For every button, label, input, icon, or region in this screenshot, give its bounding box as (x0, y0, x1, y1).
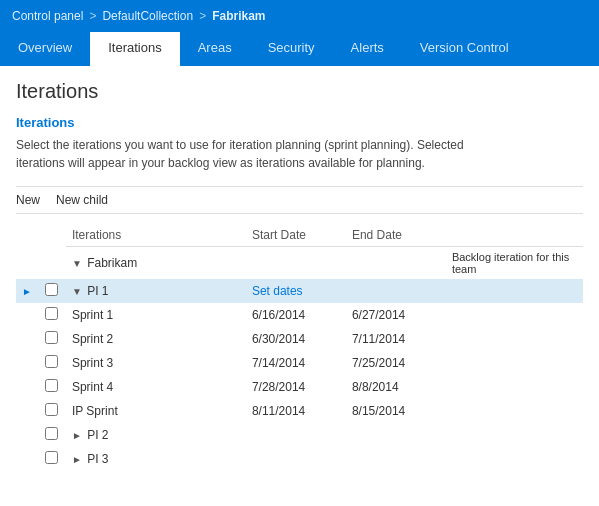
pi3-checkbox[interactable] (45, 451, 58, 464)
pi1-arrow[interactable]: ► (16, 279, 38, 303)
breadcrumb-sep2: > (199, 9, 206, 23)
sprint2-end: 7/11/2014 (346, 327, 446, 351)
ip-sprint-checkbox[interactable] (45, 403, 58, 416)
sprint1-start: 6/16/2014 (246, 303, 346, 327)
sprint2-checkbox[interactable] (45, 331, 58, 344)
sprint3-label: Sprint 3 (66, 351, 246, 375)
breadcrumb-part3: Fabrikam (212, 9, 265, 23)
fabrikam-expand-arrow[interactable]: ▼ (72, 258, 82, 269)
header-checkbox-cell (38, 224, 66, 247)
tab-overview[interactable]: Overview (0, 32, 90, 66)
pi2-row: ► PI 2 (16, 423, 583, 447)
sprint3-checkbox[interactable] (45, 355, 58, 368)
pi1-expand-arrow[interactable]: ▼ (72, 286, 82, 297)
sprint4-end: 8/8/2014 (346, 375, 446, 399)
sprint3-end: 7/25/2014 (346, 351, 446, 375)
page-content: Iterations Iterations Select the iterati… (0, 66, 599, 485)
pi1-checkbox[interactable] (38, 279, 66, 303)
tab-alerts[interactable]: Alerts (333, 32, 402, 66)
pi1-row: ► ▼ PI 1 Set dates (16, 279, 583, 303)
breadcrumb-sep1: > (89, 9, 96, 23)
pi3-row: ► PI 3 (16, 447, 583, 471)
tab-security[interactable]: Security (250, 32, 333, 66)
fabrikam-label: ▼ Fabrikam (66, 247, 246, 280)
sprint1-checkbox[interactable] (45, 307, 58, 320)
sprint3-start: 7/14/2014 (246, 351, 346, 375)
tab-bar: Overview Iterations Areas Security Alert… (0, 32, 599, 66)
breadcrumb-part2[interactable]: DefaultCollection (102, 9, 193, 23)
col-header-backlog (446, 224, 583, 247)
iterations-table: Iterations Start Date End Date ▼ Fabrika… (16, 224, 583, 471)
sprint4-start: 7/28/2014 (246, 375, 346, 399)
pi2-expand-arrow[interactable]: ► (72, 430, 82, 441)
page-title: Iterations (16, 80, 583, 103)
new-child-button[interactable]: New child (56, 193, 108, 207)
ip-sprint-row: IP Sprint 8/11/2014 8/15/2014 (16, 399, 583, 423)
breadcrumb-part1[interactable]: Control panel (12, 9, 83, 23)
description: Select the iterations you want to use fo… (16, 136, 583, 172)
fabrikam-row: ▼ Fabrikam Backlog iteration for this te… (16, 247, 583, 280)
top-bar: Control panel > DefaultCollection > Fabr… (0, 0, 599, 32)
pi2-checkbox[interactable] (45, 427, 58, 440)
pi3-label: ► PI 3 (66, 447, 246, 471)
set-dates-link[interactable]: Set dates (252, 284, 303, 298)
col-header-end-date: End Date (346, 224, 446, 247)
tab-areas[interactable]: Areas (180, 32, 250, 66)
tab-iterations[interactable]: Iterations (90, 32, 179, 66)
sprint4-checkbox[interactable] (45, 379, 58, 392)
pi1-label: PI 1 (87, 284, 108, 298)
pi1-checkbox-input[interactable] (45, 283, 58, 296)
section-title: Iterations (16, 115, 583, 130)
sprint1-label: Sprint 1 (66, 303, 246, 327)
toolbar: New New child (16, 186, 583, 214)
header-arrow-cell (16, 224, 38, 247)
col-header-start-date: Start Date (246, 224, 346, 247)
tab-version-control[interactable]: Version Control (402, 32, 527, 66)
sprint3-row: Sprint 3 7/14/2014 7/25/2014 (16, 351, 583, 375)
col-header-iterations: Iterations (66, 224, 246, 247)
sprint1-end: 6/27/2014 (346, 303, 446, 327)
ip-sprint-start: 8/11/2014 (246, 399, 346, 423)
pi2-label: ► PI 2 (66, 423, 246, 447)
new-button[interactable]: New (16, 193, 40, 207)
sprint1-row: Sprint 1 6/16/2014 6/27/2014 (16, 303, 583, 327)
sprint2-row: Sprint 2 6/30/2014 7/11/2014 (16, 327, 583, 351)
backlog-label: Backlog iteration for this team (446, 247, 583, 280)
sprint4-label: Sprint 4 (66, 375, 246, 399)
sprint4-row: Sprint 4 7/28/2014 8/8/2014 (16, 375, 583, 399)
ip-sprint-end: 8/15/2014 (346, 399, 446, 423)
pi3-expand-arrow[interactable]: ► (72, 454, 82, 465)
ip-sprint-label: IP Sprint (66, 399, 246, 423)
sprint2-label: Sprint 2 (66, 327, 246, 351)
sprint2-start: 6/30/2014 (246, 327, 346, 351)
